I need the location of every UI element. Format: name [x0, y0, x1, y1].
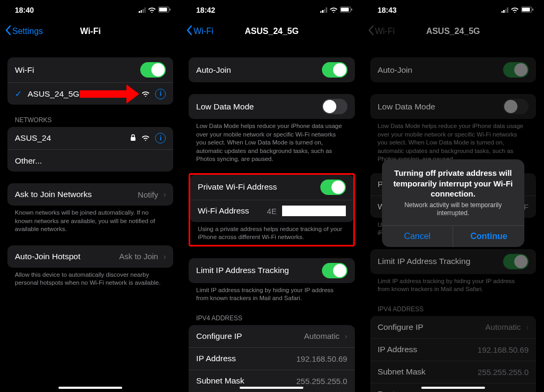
nav-bar: Wi-Fi ASUS_24_5G — [363, 20, 543, 42]
status-bar: 18:43 — [363, 0, 543, 20]
private-address-toggle[interactable] — [320, 180, 346, 195]
configure-ip-value: Automatic — [304, 331, 339, 340]
battery-icon — [521, 6, 534, 14]
auto-hotspot-group: Auto-Join Hotspot Ask to Join › — [7, 245, 173, 268]
status-time: 18:43 — [378, 6, 397, 14]
private-address-row[interactable]: Private Wi-Fi Address — [190, 175, 353, 200]
lock-icon — [130, 134, 136, 143]
low-data-row: Low Data Mode — [370, 94, 536, 119]
screen-network-detail: 18:42 Wi-Fi ASUS_24_5G Auto-Join Low Dat… — [181, 0, 362, 392]
status-icons — [320, 6, 353, 14]
configure-ip-label: Configure IP — [378, 322, 423, 332]
connected-network-row[interactable]: ✓ ASUS_24_5G i — [7, 82, 173, 105]
limit-tracking-group: Limit IP Address Tracking — [189, 258, 354, 283]
configure-ip-row: Configure IP Automatic› — [370, 316, 536, 338]
configure-ip-label: Configure IP — [196, 331, 242, 341]
nav-bar: Wi-Fi ASUS_24_5G — [181, 20, 362, 42]
ip-address-value: 192.168.50.69 — [296, 354, 347, 363]
auto-join-row[interactable]: Auto-Join — [189, 57, 354, 82]
ipv4-group: Configure IP Automatic› IP Address 192.1… — [189, 325, 354, 392]
ask-to-join-value: Notify — [138, 190, 158, 199]
other-network-row[interactable]: Other... — [7, 149, 173, 172]
auto-hotspot-value: Ask to Join — [119, 252, 158, 261]
low-data-group: Low Data Mode — [370, 94, 536, 119]
home-indicator[interactable] — [58, 387, 122, 389]
status-time: 18:40 — [15, 6, 34, 14]
svg-rect-6 — [351, 8, 352, 11]
wifi-address-prefix: 4E — [267, 207, 276, 216]
back-label: Settings — [12, 27, 43, 36]
wifi-address-label: Wi-Fi Address — [198, 206, 249, 216]
limit-tracking-toggle[interactable] — [322, 263, 347, 278]
limit-tracking-row: Limit IP Address Tracking — [370, 249, 536, 274]
back-label: Wi-Fi — [375, 27, 395, 36]
wifi-icon — [329, 6, 338, 14]
router-value: 192.168.50.1 — [482, 390, 529, 392]
hotspot-footer: Allow this device to automatically disco… — [7, 268, 173, 287]
home-indicator[interactable] — [421, 387, 485, 389]
configure-ip-value: Automatic — [486, 322, 521, 331]
svg-rect-2 — [169, 8, 171, 11]
low-data-toggle[interactable] — [322, 99, 347, 114]
network-row[interactable]: ASUS_24 i — [7, 127, 173, 149]
limit-footer: Limit IP address tracking by hiding your… — [189, 283, 354, 303]
cancel-button[interactable]: Cancel — [382, 226, 453, 247]
limit-tracking-toggle — [503, 254, 529, 269]
ask-to-join-row[interactable]: Ask to Join Networks Notify › — [7, 183, 173, 206]
ip-address-label: IP Address — [378, 345, 418, 354]
low-data-row[interactable]: Low Data Mode — [189, 94, 354, 119]
low-data-label: Low Data Mode — [378, 102, 436, 112]
redacted-block — [282, 206, 346, 216]
limit-tracking-label: Limit IP Address Tracking — [196, 266, 289, 275]
wifi-toggle[interactable] — [140, 62, 166, 78]
svg-rect-8 — [522, 8, 530, 12]
alert-message: Network activity will be temporarily int… — [389, 201, 517, 218]
svg-rect-9 — [532, 8, 533, 11]
ask-to-join-group: Ask to Join Networks Notify › — [7, 183, 173, 206]
status-icons — [502, 6, 534, 14]
auto-hotspot-label: Auto-Join Hotspot — [15, 252, 80, 261]
auto-join-label: Auto-Join — [196, 65, 231, 75]
ipv4-group: Configure IP Automatic› IP Address 192.1… — [370, 316, 536, 392]
home-indicator[interactable] — [240, 387, 303, 389]
info-icon[interactable]: i — [155, 133, 166, 143]
screen-network-detail-alert: 18:43 Wi-Fi ASUS_24_5G Auto-Join Low Dat… — [363, 0, 544, 392]
limit-footer: Limit IP address tracking by hiding your… — [370, 274, 536, 294]
limit-tracking-row[interactable]: Limit IP Address Tracking — [189, 258, 354, 283]
private-footer: Using a private address helps reduce tra… — [190, 222, 353, 242]
screen-wifi-list: 18:40 Settings Wi-Fi Wi-Fi — [0, 0, 181, 392]
low-data-group: Low Data Mode — [189, 94, 354, 119]
continue-button[interactable]: Continue — [453, 226, 524, 247]
wifi-toggle-row[interactable]: Wi-Fi — [7, 57, 173, 82]
limit-tracking-group: Limit IP Address Tracking — [370, 249, 536, 274]
network-name: ASUS_24 — [15, 133, 51, 143]
auto-hotspot-row[interactable]: Auto-Join Hotspot Ask to Join › — [7, 245, 173, 268]
status-bar: 18:40 — [0, 0, 181, 20]
wifi-signal-icon — [141, 133, 150, 143]
info-icon[interactable]: i — [155, 89, 166, 99]
wifi-icon — [148, 6, 156, 14]
limit-tracking-label: Limit IP Address Tracking — [378, 257, 471, 266]
checkmark-icon: ✓ — [15, 89, 22, 99]
wifi-toggle-label: Wi-Fi — [15, 65, 34, 75]
low-data-footer: Low Data Mode helps reduce your iPhone d… — [189, 119, 354, 164]
confirm-alert: Turning off private address will tempora… — [382, 159, 524, 247]
subnet-label: Subnet Mask — [196, 376, 244, 386]
back-button[interactable]: Wi-Fi — [186, 25, 213, 37]
back-button[interactable]: Settings — [5, 25, 43, 37]
private-address-group: Private Wi-Fi Address Wi-Fi Address 4E — [190, 175, 353, 222]
ip-address-value: 192.168.50.69 — [478, 345, 529, 354]
chevron-right-icon: › — [164, 190, 166, 199]
battery-icon — [158, 6, 171, 14]
networks-header: NETWORKS — [15, 116, 166, 124]
other-label: Other... — [15, 156, 42, 166]
wifi-address-row: Wi-Fi Address 4E — [190, 200, 353, 222]
status-icons — [139, 6, 171, 14]
cellular-icon — [502, 7, 508, 13]
low-data-footer: Low Data Mode helps reduce your iPhone d… — [370, 119, 536, 164]
configure-ip-row[interactable]: Configure IP Automatic› — [189, 325, 354, 347]
chevron-left-icon — [368, 25, 374, 37]
auto-join-label: Auto-Join — [378, 65, 412, 75]
auto-join-toggle[interactable] — [322, 62, 347, 78]
cellular-icon — [139, 7, 146, 13]
